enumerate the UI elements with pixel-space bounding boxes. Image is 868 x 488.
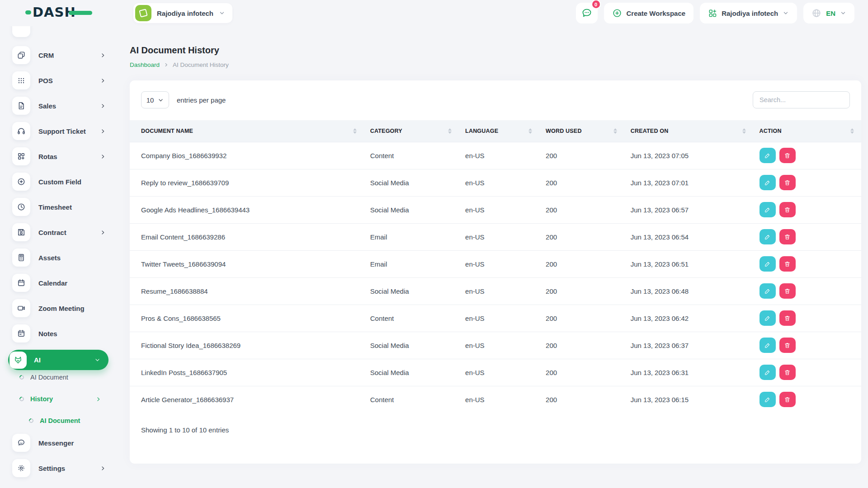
edit-button[interactable] <box>760 256 776 272</box>
search-input[interactable] <box>753 91 850 108</box>
cell-word-used: 200 <box>539 305 624 332</box>
edit-button[interactable] <box>760 229 776 244</box>
sidebar-item-pos[interactable]: POS <box>12 71 106 89</box>
account-dropdown[interactable]: Rajodiya infotech <box>700 3 797 23</box>
table-row: Twitter Tweets_1686639094 Email en-US 20… <box>130 250 861 277</box>
table-body: Company Bios_1686639932 Content en-US 20… <box>130 142 861 413</box>
sidebar-item-timesheet[interactable]: Timesheet <box>12 198 106 216</box>
sort-icon <box>353 128 357 134</box>
sidebar-item-notes[interactable]: Notes <box>12 324 106 343</box>
page-size-select[interactable]: 10 <box>141 91 169 108</box>
sidebar-item-messenger[interactable]: Messenger <box>12 434 106 452</box>
messenger-button[interactable]: 0 <box>576 3 598 23</box>
table-header-row: DOCUMENT NAME CATEGORY LANGUAGE WORD USE… <box>130 120 861 142</box>
column-header-language[interactable]: LANGUAGE <box>459 120 539 142</box>
pencil-icon <box>764 261 771 267</box>
delete-button[interactable] <box>779 365 796 380</box>
edit-button[interactable] <box>760 338 776 353</box>
delete-button[interactable] <box>779 392 796 407</box>
breadcrumb-dashboard-link[interactable]: Dashboard <box>130 61 160 68</box>
sidebar-item-custom-field[interactable]: Custom Field <box>12 173 106 191</box>
cell-created-on: Jun 13, 2023 07:05 <box>624 142 753 169</box>
cell-document-name: Resume_1686638884 <box>130 277 364 305</box>
table-row: Resume_1686638884 Social Media en-US 200… <box>130 277 861 305</box>
workspace-selector[interactable]: Rajodiya infotech <box>133 3 232 23</box>
column-header-document-name[interactable]: DOCUMENT NAME <box>130 120 364 142</box>
cell-word-used: 200 <box>539 196 624 223</box>
delete-button[interactable] <box>779 256 796 272</box>
edit-button[interactable] <box>760 283 776 299</box>
workspace-icon <box>135 5 151 21</box>
cell-word-used: 200 <box>539 332 624 359</box>
delete-button[interactable] <box>779 310 796 326</box>
cell-document-name: Pros & Cons_1686638565 <box>130 305 364 332</box>
bullet-icon <box>28 418 34 424</box>
sidebar-item-sales[interactable]: Sales <box>12 97 106 115</box>
grid-plus-icon <box>12 147 30 165</box>
chevron-right-icon <box>100 52 106 58</box>
notification-badge: 0 <box>591 0 601 9</box>
sidebar-item-contract[interactable]: Contract <box>12 223 106 241</box>
column-header-word-used[interactable]: WORD USED <box>539 120 624 142</box>
column-header-category[interactable]: CATEGORY <box>364 120 459 142</box>
delete-button[interactable] <box>779 148 796 163</box>
sidebar-item-assets[interactable]: Assets <box>12 249 106 267</box>
sidebar-item-rotas[interactable]: Rotas <box>12 147 106 165</box>
cell-document-name: Google Ads Headlines_1686639443 <box>130 196 364 223</box>
video-camera-icon <box>12 299 30 317</box>
sidebar-subitem-ai-document[interactable]: AI Document <box>19 370 101 385</box>
sidebar-subitem-history-ai-document[interactable]: AI Document <box>29 413 101 428</box>
edit-button[interactable] <box>760 148 776 163</box>
edit-button[interactable] <box>760 365 776 380</box>
sort-icon <box>850 128 854 134</box>
cell-word-used: 200 <box>539 142 624 169</box>
sidebar-item-ai[interactable]: AI <box>8 350 108 370</box>
cell-language: en-US <box>459 332 539 359</box>
edit-button[interactable] <box>760 175 776 190</box>
table-row: LinkedIn Posts_1686637905 Social Media e… <box>130 359 861 386</box>
column-header-created-on[interactable]: CREATED ON <box>624 120 753 142</box>
create-workspace-button[interactable]: Create Workspace <box>604 3 694 23</box>
sidebar-item-support-ticket[interactable]: Support Ticket <box>12 122 106 140</box>
delete-button[interactable] <box>779 202 796 217</box>
cell-created-on: Jun 13, 2023 06:51 <box>624 250 753 277</box>
globe-icon <box>811 8 821 18</box>
trash-icon <box>784 342 791 349</box>
cell-document-name: Company Bios_1686639932 <box>130 142 364 169</box>
ai-fox-icon <box>9 352 27 369</box>
table-row: Email Content_1686639286 Email en-US 200… <box>130 223 861 250</box>
sort-icon <box>742 128 746 134</box>
cell-language: en-US <box>459 250 539 277</box>
edit-button[interactable] <box>760 392 776 407</box>
chevron-down-icon <box>158 97 164 103</box>
delete-button[interactable] <box>779 283 796 299</box>
sidebar-item-crm[interactable]: CRM <box>12 46 106 64</box>
cell-word-used: 200 <box>539 250 624 277</box>
cell-document-name: Email Content_1686639286 <box>130 223 364 250</box>
workspace-name: Rajodiya infotech <box>157 9 213 17</box>
sidebar-item-zoom-meeting[interactable]: Zoom Meeting <box>12 299 106 317</box>
cell-language: en-US <box>459 359 539 386</box>
delete-button[interactable] <box>779 175 796 190</box>
logo-bar-icon <box>69 11 92 15</box>
page-title: AI Document History <box>130 45 861 56</box>
file-icon <box>12 97 30 115</box>
page-size-value: 10 <box>146 96 154 104</box>
column-header-action[interactable]: ACTION <box>753 120 862 142</box>
edit-button[interactable] <box>760 202 776 217</box>
edit-button[interactable] <box>760 310 776 326</box>
cell-category: Content <box>364 305 459 332</box>
language-dropdown[interactable]: EN <box>803 3 854 23</box>
cell-created-on: Jun 13, 2023 06:15 <box>624 386 753 413</box>
delete-button[interactable] <box>779 338 796 353</box>
chevron-right-icon <box>164 62 169 67</box>
entries-per-page-label: entries per page <box>177 96 226 104</box>
cell-document-name: Article Generator_1686636937 <box>130 386 364 413</box>
sidebar-item-settings[interactable]: Settings <box>12 459 106 477</box>
language-code: EN <box>826 9 835 17</box>
sidebar-item-calendar[interactable]: Calendar <box>12 274 106 292</box>
gear-icon <box>12 459 30 477</box>
cell-created-on: Jun 13, 2023 06:54 <box>624 223 753 250</box>
sidebar-subitem-history[interactable]: History <box>19 392 101 406</box>
delete-button[interactable] <box>779 229 796 244</box>
